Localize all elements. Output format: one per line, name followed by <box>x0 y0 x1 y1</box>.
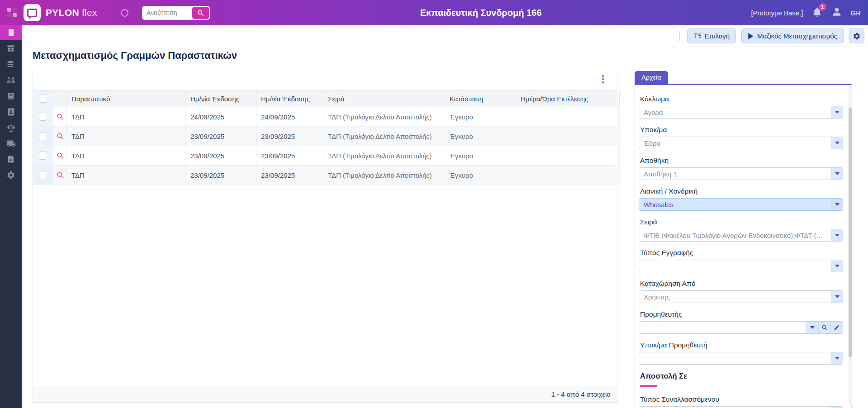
sidebar-item-items[interactable] <box>0 57 22 72</box>
search-input[interactable] <box>143 9 192 16</box>
lookup-button[interactable] <box>818 322 830 333</box>
search-button[interactable] <box>192 7 209 19</box>
supplier-actions <box>806 322 843 333</box>
cell-issue-date: 23/09/2025 <box>186 166 256 185</box>
row-checkbox[interactable] <box>39 152 47 160</box>
grid-settings-button[interactable] <box>849 28 864 43</box>
select-all-cell <box>33 90 53 107</box>
partners-icon <box>6 76 16 85</box>
table-row[interactable]: ΤΔΠ 23/09/2025 23/09/2025 ΤΔΠ (Τιμολόγιο… <box>33 146 617 166</box>
dropdown-button[interactable] <box>806 322 818 333</box>
column-header-series[interactable]: Σειρά <box>323 90 445 107</box>
sidebar-item-contacts[interactable] <box>0 104 22 119</box>
entered-by-select[interactable]: Χρήστης <box>639 290 843 303</box>
dropdown-button[interactable] <box>831 352 843 364</box>
bulk-transform-button[interactable]: Μαζικός Μετασχηματισμός <box>741 28 844 43</box>
chevron-down-icon <box>835 111 840 114</box>
field-value: Χρήστης <box>639 293 831 301</box>
cell-end-spacer <box>610 127 620 146</box>
select-button[interactable]: Επιλογή <box>687 28 736 43</box>
magnifier-icon[interactable] <box>57 133 64 140</box>
field-counterparty-type: Τύπος Συναλλασσόμενου Κανένα ✕ <box>639 395 843 408</box>
row-checkbox[interactable] <box>39 132 47 140</box>
retail-wholesale-select[interactable]: Whosales <box>639 198 843 211</box>
apps-grid-icon[interactable] <box>7 8 17 18</box>
column-header-document[interactable]: Παραστατικό <box>67 90 186 107</box>
table-row[interactable]: ΤΔΠ 24/09/2025 24/09/2025 ΤΔΠ (Τιμολόγιο… <box>33 107 617 127</box>
environment-label: [Prototype Base.] <box>751 9 803 17</box>
field-branch: Υποκ/μα Έδρα <box>639 126 843 149</box>
sidebar-item-store[interactable] <box>0 41 22 56</box>
select-all-checkbox[interactable] <box>39 95 47 103</box>
field-warehouse: Αποθήκη Αποθήκη 1 <box>639 157 843 180</box>
field-label: Τύπος Εγγραφής <box>639 249 843 257</box>
column-header-issue-date-2[interactable]: Ημ/νία Έκδοσης <box>256 90 323 107</box>
cell-end-spacer <box>610 146 620 165</box>
scrollbar-thumb[interactable] <box>849 108 852 357</box>
magnifier-icon[interactable] <box>57 171 64 179</box>
dropdown-button[interactable] <box>831 106 843 118</box>
dropdown-button[interactable] <box>831 199 843 210</box>
field-label: Υποκ/μα <box>639 126 843 134</box>
dropdown-button[interactable] <box>831 229 843 241</box>
panel-scrollbar <box>849 86 852 405</box>
cell-status: Έγκυρο <box>445 146 516 165</box>
language-selector[interactable]: GR <box>851 9 861 17</box>
status-circle-icon[interactable] <box>121 9 128 17</box>
sidebar-item-transformations[interactable] <box>0 25 22 40</box>
truck-icon <box>6 139 16 148</box>
column-header-issue-date[interactable]: Ημ/νία Έκδοσης <box>186 90 256 107</box>
magnifier-icon[interactable] <box>57 113 64 120</box>
counterparty-type-select[interactable]: Κανένα ✕ <box>639 406 843 408</box>
record-count: 1 - 4 από 4 στοιχεία <box>551 390 611 398</box>
warehouse-select[interactable]: Αποθήκη 1 <box>639 167 843 180</box>
edit-button[interactable] <box>830 322 843 333</box>
supplier-branch-select[interactable] <box>639 352 843 365</box>
coins-icon <box>6 60 15 69</box>
supplier-lookup[interactable] <box>639 321 843 334</box>
field-label: Κύκλωμα <box>639 95 843 103</box>
chevron-down-icon <box>835 357 840 360</box>
dropdown-button[interactable] <box>831 137 843 149</box>
column-header-exec-datetime[interactable]: Ημέρα/Ώρα Εκτέλεσης <box>516 90 610 107</box>
record-type-select[interactable] <box>639 260 843 272</box>
cell-status: Έγκυρο <box>445 166 516 185</box>
table-row[interactable]: ΤΔΠ 23/09/2025 23/09/2025 ΤΔΠ (Τιμολόγιο… <box>33 166 617 185</box>
section-divider <box>640 386 843 386</box>
field-label: Σειρά <box>639 218 843 226</box>
sidebar-item-ledger[interactable] <box>0 88 22 104</box>
toolbar-divider <box>679 31 680 41</box>
sidebar-item-shipping[interactable] <box>0 136 22 151</box>
circuit-select[interactable]: Αγορά <box>639 106 843 119</box>
notifications-button[interactable]: 1 <box>811 6 823 19</box>
cell-end-spacer <box>610 107 620 126</box>
sidebar-item-documents[interactable] <box>0 152 22 167</box>
series-select[interactable]: ΦΤΙΕ (Φακέλου Τιμολόγιο Αγορών Ενδοκοινο… <box>639 229 843 242</box>
sidebar-item-partners[interactable] <box>0 72 22 88</box>
tab-files[interactable]: Αρχεία <box>635 71 668 84</box>
action-toolbar: Επιλογή Μαζικός Μετασχηματισμός <box>22 25 868 47</box>
dropdown-button[interactable] <box>831 291 843 303</box>
cell-exec-datetime <box>516 127 610 146</box>
grid-header-row: Παραστατικό Ημ/νία Έκδοσης Ημ/νία Έκδοση… <box>33 90 617 107</box>
branch-select[interactable]: Έδρα <box>639 137 843 149</box>
cell-issue-date-2: 23/09/2025 <box>256 166 323 185</box>
table-row[interactable]: ΤΔΠ 23/09/2025 23/09/2025 ΤΔΠ (Τιμολόγιο… <box>33 127 617 146</box>
cell-series: ΤΔΠ (Τιμολόγιο Δελτίο Αποστολής) <box>323 127 445 146</box>
field-series: Σειρά ΦΤΙΕ (Φακέλου Τιμολόγιο Αγορών Ενδ… <box>639 218 843 242</box>
sidebar-item-balances[interactable] <box>0 120 22 135</box>
row-checkbox[interactable] <box>39 113 47 121</box>
sidebar-item-settings[interactable] <box>0 167 22 183</box>
pylon-logo[interactable] <box>24 4 41 21</box>
sidebar <box>0 25 22 408</box>
grid-menu-button[interactable] <box>599 75 607 84</box>
dropdown-button[interactable] <box>831 260 843 272</box>
magnifier-icon[interactable] <box>57 152 64 159</box>
dropdown-button[interactable] <box>831 168 843 180</box>
chevron-down-icon <box>835 172 840 175</box>
grid-footer: 1 - 4 από 4 στοιχεία <box>33 386 617 402</box>
grid-toolbar <box>33 69 617 90</box>
row-checkbox[interactable] <box>39 171 47 179</box>
user-menu-button[interactable] <box>831 6 843 19</box>
column-header-status[interactable]: Κατάσταση <box>445 90 516 107</box>
